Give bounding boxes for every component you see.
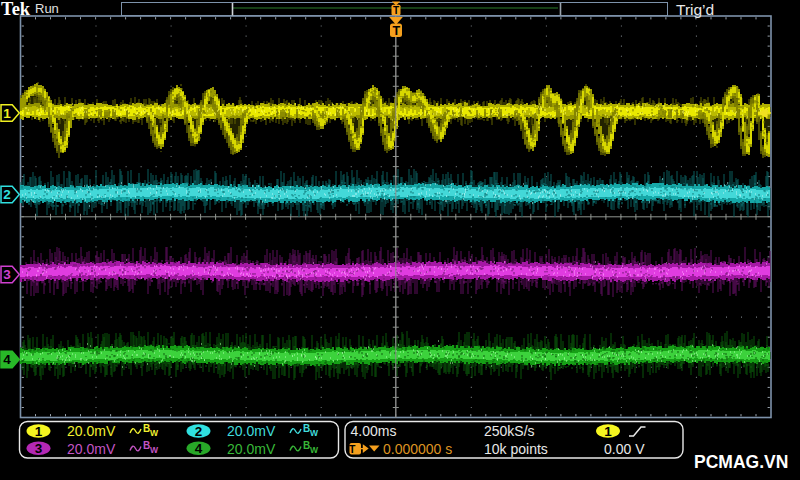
svg-text:20.0mV: 20.0mV <box>67 441 116 457</box>
svg-text:4: 4 <box>195 441 203 456</box>
svg-text:T: T <box>392 24 400 38</box>
svg-text:T: T <box>393 5 399 16</box>
svg-text:0.000000 s: 0.000000 s <box>383 441 452 457</box>
svg-text:Tek: Tek <box>1 0 31 19</box>
svg-text:Trig’d: Trig’d <box>676 1 714 18</box>
svg-text:W: W <box>150 445 159 455</box>
svg-text:W: W <box>310 428 319 438</box>
svg-text:3: 3 <box>3 267 11 282</box>
svg-text:W: W <box>150 428 159 438</box>
svg-text:20.0mV: 20.0mV <box>227 441 276 457</box>
svg-text:3: 3 <box>35 441 43 456</box>
svg-text:Run: Run <box>35 1 59 16</box>
svg-text:1: 1 <box>35 424 43 439</box>
svg-text:250kS/s: 250kS/s <box>484 423 535 439</box>
svg-text:T: T <box>349 443 356 455</box>
svg-text:W: W <box>310 445 319 455</box>
svg-text:2: 2 <box>3 187 11 202</box>
svg-text:4: 4 <box>3 352 11 367</box>
svg-text:0.00 V: 0.00 V <box>604 441 645 457</box>
svg-text:20.0mV: 20.0mV <box>67 423 116 439</box>
svg-text:2: 2 <box>195 424 203 439</box>
svg-text:1: 1 <box>3 106 11 121</box>
svg-text:10k points: 10k points <box>484 441 548 457</box>
svg-text:PCMAG.VN: PCMAG.VN <box>694 452 788 472</box>
svg-text:4.00ms: 4.00ms <box>351 423 397 439</box>
svg-text:1: 1 <box>604 424 612 439</box>
svg-text:20.0mV: 20.0mV <box>227 423 276 439</box>
